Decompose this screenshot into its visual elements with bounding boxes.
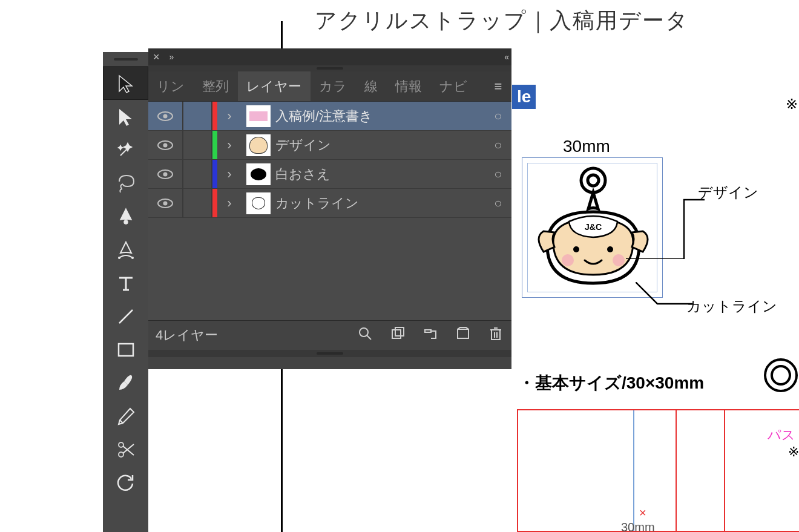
- panel-tab-strip: リン整列レイヤーカラ線情報ナビ≡: [148, 71, 511, 102]
- svg-rect-25: [458, 329, 469, 338]
- locate-object-icon[interactable]: [422, 326, 439, 344]
- tab-3[interactable]: カラ: [311, 71, 356, 101]
- pen-icon: [116, 206, 136, 227]
- panel-drag-grip-top[interactable]: [148, 65, 511, 71]
- curvature-icon: [116, 240, 136, 260]
- rotate-icon: [116, 473, 136, 493]
- panel-collapse-button[interactable]: «: [504, 52, 507, 62]
- svg-point-8: [131, 257, 134, 259]
- tool-pen[interactable]: [103, 200, 148, 233]
- tool-rectangle[interactable]: [103, 333, 148, 366]
- panel-expand-button[interactable]: »: [169, 52, 172, 62]
- target-layer-button[interactable]: ○: [485, 137, 511, 153]
- palette-grip[interactable]: [103, 52, 148, 67]
- tool-direct-selection[interactable]: [103, 100, 148, 133]
- panel-menu-button[interactable]: ≡: [485, 71, 511, 101]
- tool-lasso[interactable]: [103, 166, 148, 200]
- selection-icon: [116, 73, 136, 94]
- paintbrush-icon: [116, 373, 136, 393]
- svg-point-21: [360, 328, 368, 337]
- tool-scissors[interactable]: [103, 433, 148, 466]
- tab-1[interactable]: 整列: [194, 71, 238, 101]
- layer-name[interactable]: 入稿例/注意書き: [275, 107, 485, 125]
- target-layer-button[interactable]: ○: [485, 195, 511, 211]
- tool-paintbrush[interactable]: [103, 366, 148, 399]
- callout-label-design: デザイン: [698, 183, 758, 202]
- svg-rect-23: [392, 330, 401, 338]
- layers-empty-area[interactable]: [148, 218, 511, 321]
- section-basic-size: ・基本サイズ/30×30mm: [518, 372, 704, 395]
- layer-row[interactable]: ›デザイン○: [148, 131, 511, 160]
- layer-color-swatch: [212, 160, 217, 188]
- expand-layer-button[interactable]: ›: [217, 108, 242, 124]
- trash-icon[interactable]: [487, 326, 504, 344]
- tab-5[interactable]: 情報: [387, 71, 431, 101]
- tool-line[interactable]: [103, 300, 148, 333]
- svg-point-6: [613, 254, 625, 266]
- tab-4[interactable]: 線: [356, 71, 387, 101]
- svg-point-18: [163, 172, 168, 176]
- type-icon: [116, 273, 136, 294]
- svg-line-9: [119, 310, 133, 323]
- layer-thumbnail: [246, 163, 271, 185]
- panel-footer: 4レイヤー: [148, 321, 511, 350]
- svg-point-7: [118, 257, 120, 259]
- new-sublayer-icon[interactable]: [455, 326, 472, 344]
- template-grid[interactable]: パス ※ × 30mm: [517, 409, 799, 532]
- template-column-guide: [633, 410, 634, 531]
- callout-leader-design: [626, 199, 705, 259]
- tool-selection[interactable]: [103, 67, 148, 100]
- path-label: パス: [768, 426, 795, 444]
- svg-rect-26: [492, 330, 500, 340]
- template-column-cut: [676, 410, 677, 531]
- target-layer-button[interactable]: ○: [485, 108, 511, 124]
- layer-thumbnail: [246, 192, 271, 214]
- callout-label-cutline: カットライン: [686, 297, 777, 316]
- expand-layer-button[interactable]: ›: [217, 137, 242, 153]
- layers-panel[interactable]: × » « リン整列レイヤーカラ線情報ナビ≡ ›入稿例/注意書き○›デザイン○›…: [148, 48, 511, 369]
- visibility-toggle[interactable]: [148, 111, 182, 122]
- layer-thumbnail: [246, 134, 271, 156]
- search-icon[interactable]: [357, 326, 373, 344]
- svg-point-4: [607, 246, 613, 252]
- tab-6[interactable]: ナビ: [431, 71, 476, 101]
- tool-magic-wand[interactable]: [103, 133, 148, 166]
- panel-drag-grip-bottom[interactable]: [148, 350, 511, 357]
- layer-row[interactable]: ›入稿例/注意書き○: [148, 102, 511, 131]
- svg-text:J&C: J&C: [585, 222, 602, 232]
- dimension-label-top: 30mm: [563, 137, 610, 156]
- scissors-icon: [116, 439, 136, 460]
- svg-line-22: [367, 335, 371, 340]
- collect-layer-icon[interactable]: [389, 326, 406, 344]
- tools-palette[interactable]: [103, 52, 148, 532]
- tool-curvature[interactable]: [103, 233, 148, 266]
- target-layer-button[interactable]: ○: [485, 166, 511, 182]
- expand-layer-button[interactable]: ›: [217, 166, 242, 182]
- expand-layer-button[interactable]: ›: [217, 195, 242, 211]
- layer-name[interactable]: デザイン: [275, 136, 485, 154]
- visibility-toggle[interactable]: [148, 198, 182, 209]
- tab-0[interactable]: リン: [148, 71, 194, 101]
- layer-row[interactable]: ›カットライン○: [148, 189, 511, 218]
- layer-name[interactable]: カットライン: [275, 194, 485, 212]
- tool-pencil[interactable]: [103, 399, 148, 433]
- svg-point-3: [573, 246, 579, 252]
- lasso-icon: [116, 173, 136, 194]
- note-asterisk: ※: [786, 96, 798, 113]
- visibility-toggle[interactable]: [148, 140, 182, 151]
- svg-point-16: [163, 143, 168, 147]
- sample-badge-fragment: le: [512, 85, 536, 109]
- visibility-toggle[interactable]: [148, 169, 182, 180]
- panel-close-button[interactable]: ×: [153, 51, 160, 64]
- layer-name[interactable]: 白おさえ: [275, 165, 485, 183]
- svg-point-1: [588, 175, 599, 186]
- tab-2[interactable]: レイヤー: [238, 71, 311, 101]
- magic-wand-icon: [116, 140, 136, 160]
- tool-rotate[interactable]: [103, 466, 148, 499]
- red-x-marker: ×: [639, 506, 646, 520]
- layer-count-label: 4レイヤー: [156, 326, 218, 344]
- tool-type[interactable]: [103, 266, 148, 300]
- layer-row[interactable]: ›白おさえ○: [148, 160, 511, 189]
- document-title: アクリルストラップ｜入稿用データ: [315, 6, 689, 36]
- layer-color-swatch: [212, 131, 217, 159]
